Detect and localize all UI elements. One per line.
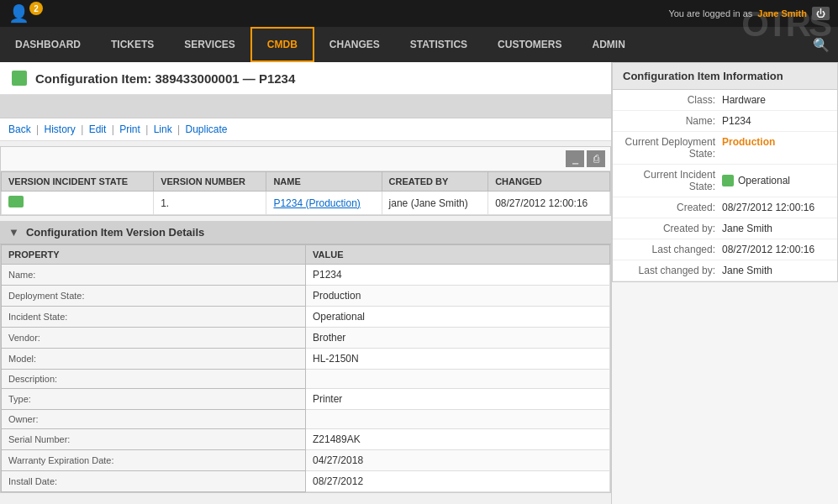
nav-services[interactable]: SERVICES bbox=[169, 27, 250, 62]
info-label: Class: bbox=[621, 94, 722, 106]
info-panel-row: Last changed: 08/27/2012 12:00:16 bbox=[613, 239, 837, 260]
info-value: Jane Smith bbox=[722, 265, 829, 276]
version-details-header[interactable]: ▼ Configuration Item Version Details bbox=[0, 221, 611, 244]
info-value: Operational bbox=[722, 169, 829, 192]
detail-row: Owner: bbox=[2, 410, 610, 429]
nav-changes[interactable]: CHANGES bbox=[314, 27, 395, 62]
detail-value: 08/27/2012 bbox=[306, 471, 610, 492]
detail-property: Install Date: bbox=[2, 471, 306, 492]
detail-property: Serial Number: bbox=[2, 429, 306, 450]
agent-icon: 👤 bbox=[8, 3, 29, 24]
page-header: Configuration Item: 389433000001 — P1234 bbox=[0, 62, 611, 95]
status-green-indicator bbox=[12, 71, 27, 86]
duplicate-link[interactable]: Duplicate bbox=[185, 123, 227, 135]
detail-property: Warranty Expiration Date: bbox=[2, 450, 306, 471]
detail-row: Serial Number: Z21489AK bbox=[2, 429, 610, 450]
detail-value: 04/27/2018 bbox=[306, 450, 610, 471]
info-panel-row: Name: P1234 bbox=[613, 111, 837, 132]
version-details-title: Configuration Item Version Details bbox=[26, 226, 204, 239]
info-label: Last changed: bbox=[621, 244, 722, 255]
username-label: Jane Smith bbox=[757, 8, 807, 18]
nav-cmdb[interactable]: CMDB bbox=[250, 27, 314, 62]
notification-badge[interactable]: 2 bbox=[29, 2, 43, 15]
details-col-value: VALUE bbox=[306, 245, 610, 265]
history-link[interactable]: History bbox=[45, 123, 76, 135]
info-panel-title: Configuration Item Information bbox=[613, 63, 837, 90]
detail-property: Type: bbox=[2, 389, 306, 410]
info-value: 08/27/2012 12:00:16 bbox=[722, 202, 829, 213]
row-name: P1234 (Production) bbox=[266, 192, 382, 215]
collapse-arrow: ▼ bbox=[8, 226, 19, 239]
detail-value: P1234 bbox=[306, 265, 610, 286]
info-label: Created: bbox=[621, 202, 722, 213]
main-content: Configuration Item: 389433000001 — P1234… bbox=[0, 62, 838, 504]
detail-row: Warranty Expiration Date: 04/27/2018 bbox=[2, 450, 610, 471]
detail-row: Install Date: 08/27/2012 bbox=[2, 471, 610, 492]
info-panel-row: Current Deployment State: Production bbox=[613, 132, 837, 165]
detail-row: Type: Printer bbox=[2, 389, 610, 410]
detail-row: Description: bbox=[2, 370, 610, 389]
nav-bar: DASHBOARD TICKETS SERVICES CMDB CHANGES … bbox=[0, 27, 838, 62]
nav-tickets[interactable]: TICKETS bbox=[96, 27, 169, 62]
table-row[interactable]: 1. P1234 (Production) jane (Jane Smith) … bbox=[2, 192, 610, 215]
info-panel-row: Created by: Jane Smith bbox=[613, 218, 837, 239]
toolbar-area bbox=[0, 95, 611, 118]
info-value: 08/27/2012 12:00:16 bbox=[722, 244, 829, 255]
collapse-button[interactable]: ⎯ bbox=[566, 150, 584, 167]
info-label: Name: bbox=[621, 115, 722, 127]
details-table: PROPERTY VALUE Name: P1234 Deployment St… bbox=[1, 244, 610, 492]
col-created-by: CREATED BY bbox=[382, 172, 488, 192]
detail-value: Production bbox=[306, 286, 610, 307]
print-table-button[interactable]: ⎙ bbox=[587, 150, 605, 167]
info-panel-row: Class: Hardware bbox=[613, 90, 837, 111]
detail-value bbox=[306, 370, 610, 389]
nav-dashboard[interactable]: DASHBOARD bbox=[0, 27, 96, 62]
col-incident-state: VERSION INCIDENT STATE bbox=[2, 172, 154, 192]
versions-table: VERSION INCIDENT STATE VERSION NUMBER NA… bbox=[1, 171, 610, 215]
row-incident-state bbox=[2, 192, 154, 215]
versions-table-area: ⎯ ⎙ VERSION INCIDENT STATE VERSION NUMBE… bbox=[0, 146, 611, 216]
link-link[interactable]: Link bbox=[154, 123, 172, 135]
logout-button[interactable]: ⏻ bbox=[812, 7, 830, 20]
info-label: Created by: bbox=[621, 223, 722, 234]
info-value: Production bbox=[722, 136, 829, 160]
table-controls: ⎯ ⎙ bbox=[1, 147, 610, 171]
print-link[interactable]: Print bbox=[119, 123, 140, 135]
detail-row: Vendor: Brother bbox=[2, 328, 610, 349]
detail-value: Z21489AK bbox=[306, 429, 610, 450]
right-panel: Configuration Item Information Class: Ha… bbox=[611, 62, 838, 504]
detail-row: Incident State: Operational bbox=[2, 307, 610, 328]
nav-statistics[interactable]: STATISTICS bbox=[395, 27, 482, 62]
info-value: P1234 bbox=[722, 115, 829, 127]
detail-property: Description: bbox=[2, 370, 306, 389]
detail-value: HL-2150N bbox=[306, 349, 610, 370]
top-bar-left: 👤 2 bbox=[8, 3, 46, 24]
nav-search-area[interactable]: 🔍 bbox=[813, 27, 838, 62]
top-bar-right: You are logged in as Jane Smith ⏻ bbox=[668, 7, 830, 20]
col-version-number: VERSION NUMBER bbox=[154, 172, 266, 192]
logged-in-text: You are logged in as bbox=[668, 8, 752, 18]
detail-property: Incident State: bbox=[2, 307, 306, 328]
detail-row: Model: HL-2150N bbox=[2, 349, 610, 370]
nav-customers[interactable]: CUSTOMERS bbox=[482, 27, 577, 62]
status-indicator bbox=[8, 196, 24, 207]
back-link[interactable]: Back bbox=[8, 123, 31, 135]
info-value: Jane Smith bbox=[722, 223, 829, 234]
breadcrumb-nav: Back | History | Edit | Print | Link | D… bbox=[0, 118, 611, 141]
info-panel-row: Current Incident State: Operational bbox=[613, 165, 837, 197]
detail-property: Model: bbox=[2, 349, 306, 370]
edit-link[interactable]: Edit bbox=[89, 123, 107, 135]
green-dot bbox=[722, 175, 734, 186]
row-version-number: 1. bbox=[154, 192, 266, 215]
info-panel-row: Created: 08/27/2012 12:00:16 bbox=[613, 197, 837, 218]
nav-admin[interactable]: ADMIN bbox=[577, 27, 640, 62]
row-created-by: jane (Jane Smith) bbox=[382, 192, 488, 215]
search-icon[interactable]: 🔍 bbox=[813, 37, 830, 53]
left-panel: Configuration Item: 389433000001 — P1234… bbox=[0, 62, 611, 504]
detail-value: Brother bbox=[306, 328, 610, 349]
info-value: Hardware bbox=[722, 94, 829, 106]
info-panel-row: Last changed by: Jane Smith bbox=[613, 260, 837, 281]
detail-property: Vendor: bbox=[2, 328, 306, 349]
top-bar: 👤 2 You are logged in as Jane Smith ⏻ OT… bbox=[0, 0, 838, 27]
detail-value bbox=[306, 410, 610, 429]
